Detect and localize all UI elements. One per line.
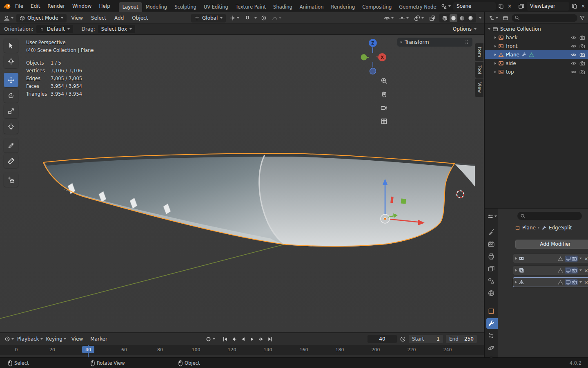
zoom-icon[interactable]: [381, 77, 388, 84]
viewlayer-copy-button[interactable]: [570, 2, 579, 11]
workspace-tab-sculpting[interactable]: Sculpting: [171, 2, 200, 12]
playback-menu[interactable]: Playback: [16, 334, 44, 343]
viewlayer-remove-button[interactable]: ×: [580, 2, 586, 11]
workspace-tab-modeling[interactable]: Modeling: [142, 2, 171, 12]
hide-eye-icon[interactable]: [571, 61, 577, 66]
tool-transform[interactable]: [4, 119, 18, 134]
disable-render-icon[interactable]: [579, 61, 585, 66]
blender-logo-icon[interactable]: [3, 2, 11, 10]
options-dropdown[interactable]: Options: [450, 25, 480, 33]
workspace-tab-compositing[interactable]: Compositing: [359, 2, 395, 12]
scene-browse-button[interactable]: [440, 2, 452, 11]
tab-physics-icon[interactable]: [488, 344, 495, 352]
menu-render[interactable]: Render: [44, 0, 69, 12]
outliner-row-top[interactable]: top: [485, 67, 588, 76]
start-frame-field[interactable]: Start1: [409, 335, 443, 343]
tab-particles-icon[interactable]: [488, 332, 495, 339]
modifier-remove-button[interactable]: ×: [584, 268, 588, 273]
workspace-tab-texture-paint[interactable]: Texture Paint: [232, 2, 270, 12]
outliner-search-input[interactable]: [512, 14, 577, 22]
menu-file[interactable]: File: [11, 0, 27, 12]
show-overlays-dropdown[interactable]: [413, 13, 425, 22]
shading-material-button[interactable]: [458, 14, 466, 22]
tool-annotate[interactable]: [4, 138, 18, 153]
realtime-toggle-icon[interactable]: [566, 280, 571, 285]
proportional-falloff-dropdown[interactable]: [271, 13, 283, 22]
scene-unlink-button[interactable]: ×: [506, 2, 513, 11]
orientation-default-dropdown[interactable]: Default: [36, 25, 73, 33]
modifier-extras-chevron[interactable]: [579, 269, 582, 271]
timeline-ruler[interactable]: 0 20 40 60 80 100 120 140 160 180 200 22…: [0, 345, 484, 355]
panel-grip-icon[interactable]: [464, 40, 469, 45]
drag-mode-dropdown[interactable]: Select Box: [98, 25, 135, 33]
outliner-row-back[interactable]: back: [485, 33, 588, 42]
object-type-visibility-dropdown[interactable]: [383, 13, 395, 22]
sidebar-tab-item[interactable]: Item: [475, 43, 483, 61]
realtime-toggle-icon[interactable]: [566, 256, 571, 261]
mode-dropdown[interactable]: Object Mode: [16, 14, 67, 22]
viewlayer-name-field[interactable]: ViewLayer: [527, 2, 569, 11]
tool-cursor[interactable]: [4, 54, 18, 68]
jump-to-end-button[interactable]: [266, 335, 274, 343]
hide-eye-icon[interactable]: [571, 43, 577, 49]
on-cage-toggle-icon[interactable]: [558, 280, 563, 285]
workspace-tab-rendering[interactable]: Rendering: [327, 2, 359, 12]
tab-render-icon[interactable]: [488, 240, 495, 248]
show-gizmo-dropdown[interactable]: [398, 13, 410, 22]
modifier-row-2[interactable]: ×: [513, 265, 588, 275]
menu-edit[interactable]: Edit: [27, 0, 44, 12]
workspace-tab-animation[interactable]: Animation: [296, 2, 327, 12]
on-cage-toggle-icon[interactable]: [558, 268, 563, 273]
menu-select[interactable]: Select: [88, 15, 109, 21]
properties-search-input[interactable]: [517, 212, 582, 220]
tool-scale[interactable]: [4, 104, 18, 118]
add-modifier-button[interactable]: Add Modifier: [515, 240, 588, 249]
workspace-tab-uv-editing[interactable]: UV Editing: [200, 2, 232, 12]
next-keyframe-button[interactable]: [257, 335, 265, 343]
gizmo-plane-handle-y[interactable]: [401, 199, 406, 204]
shading-wireframe-button[interactable]: [441, 14, 449, 22]
scene-copy-button[interactable]: [497, 2, 505, 11]
viewlayer-browse-button[interactable]: [517, 2, 526, 11]
tool-rotate[interactable]: [4, 88, 18, 103]
menu-window[interactable]: Window: [69, 0, 95, 12]
transform-panel-header[interactable]: Transform: [397, 38, 472, 47]
scene-name-field[interactable]: Scene: [453, 2, 496, 11]
tab-viewlayer-icon[interactable]: [488, 265, 495, 272]
outliner-row-plane[interactable]: Plane: [485, 50, 588, 59]
tool-select-box[interactable]: [4, 38, 18, 53]
outliner-editor-type-button[interactable]: [488, 13, 499, 22]
editor-type-button[interactable]: [2, 13, 15, 22]
menu-help[interactable]: Help: [95, 0, 114, 12]
breadcrumb-object[interactable]: Plane: [522, 225, 536, 231]
auto-keying-button[interactable]: [204, 334, 216, 343]
tool-measure[interactable]: [4, 154, 18, 168]
jump-to-start-button[interactable]: [221, 335, 229, 343]
previous-keyframe-button[interactable]: [230, 335, 238, 343]
outliner-row-scene-collection[interactable]: Scene Collection: [485, 25, 588, 33]
disable-render-icon[interactable]: [579, 35, 585, 40]
outliner-row-side[interactable]: side: [485, 59, 588, 67]
timeline-view-menu[interactable]: View: [68, 336, 86, 342]
end-frame-field[interactable]: End250: [446, 335, 477, 343]
menu-object[interactable]: Object: [129, 15, 151, 21]
render-toggle-icon[interactable]: [572, 268, 577, 273]
breadcrumb-modifier[interactable]: EdgeSplit: [549, 225, 572, 231]
camera-view-icon[interactable]: [381, 104, 388, 111]
snap-options-chevron[interactable]: [254, 17, 257, 19]
disable-render-icon[interactable]: [579, 43, 585, 49]
nav-axis-y-ball[interactable]: [361, 54, 367, 61]
current-frame-field[interactable]: 40: [368, 335, 397, 343]
hide-eye-icon[interactable]: [571, 69, 577, 75]
filter-icon[interactable]: [579, 15, 585, 21]
play-button[interactable]: [248, 335, 256, 343]
workspace-tab-geometry-nodes[interactable]: Geometry Nodes: [395, 2, 441, 12]
ortho-grid-icon[interactable]: [381, 118, 388, 125]
xray-toggle[interactable]: [428, 13, 437, 22]
sidebar-tab-tool[interactable]: Tool: [475, 62, 483, 78]
transform-orientation-dropdown[interactable]: Global: [191, 14, 226, 22]
hide-eye-icon[interactable]: [571, 35, 577, 40]
timeline-marker-menu[interactable]: Marker: [87, 336, 110, 342]
disable-render-icon[interactable]: [579, 52, 585, 58]
tab-object-icon[interactable]: [488, 307, 495, 315]
